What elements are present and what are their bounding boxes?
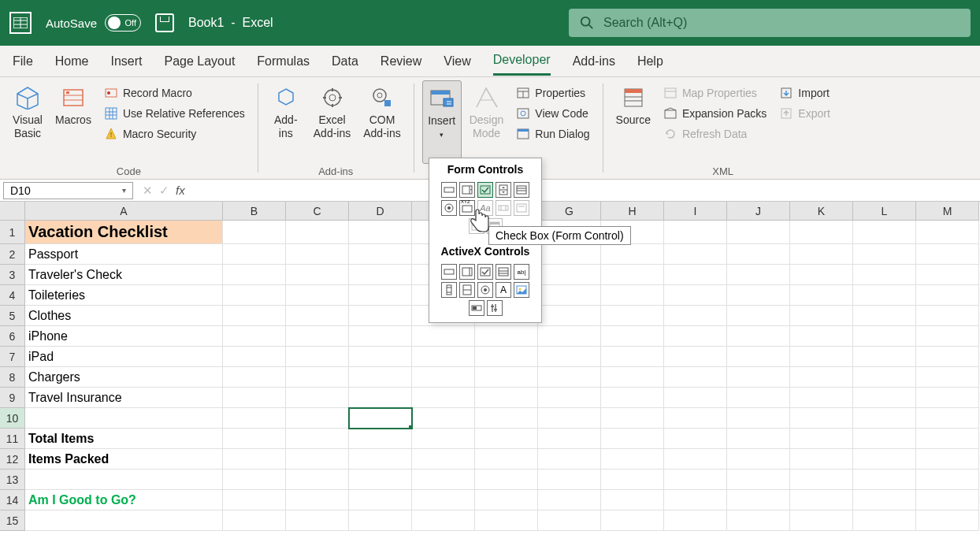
source-button[interactable]: Source xyxy=(611,80,655,164)
cell-H5[interactable] xyxy=(601,306,664,326)
row-header-13[interactable]: 13 xyxy=(0,470,25,490)
cell-A13[interactable] xyxy=(25,470,223,490)
run-dialog-button[interactable]: Run Dialog xyxy=(511,124,594,143)
tab-insert[interactable]: Insert xyxy=(110,48,142,75)
cell-D13[interactable] xyxy=(349,470,412,490)
cell-G7[interactable] xyxy=(538,347,601,367)
cell-C5[interactable] xyxy=(286,306,349,326)
autosave-toggle[interactable]: Off xyxy=(105,14,141,32)
cell-C7[interactable] xyxy=(286,347,349,367)
cell-B4[interactable] xyxy=(223,285,286,306)
cell-J2[interactable] xyxy=(727,244,790,265)
fx-icon[interactable]: fx xyxy=(176,184,185,197)
cell-M15[interactable] xyxy=(916,510,979,531)
row-header-14[interactable]: 14 xyxy=(0,490,25,510)
column-header-G[interactable]: G xyxy=(538,202,601,221)
column-header-J[interactable]: J xyxy=(727,202,790,221)
cell-I1[interactable] xyxy=(664,221,727,244)
cell-B1[interactable] xyxy=(223,221,286,244)
cell-J7[interactable] xyxy=(727,347,790,367)
refresh-data-button[interactable]: Refresh Data xyxy=(659,124,771,143)
cell-H7[interactable] xyxy=(601,347,664,367)
column-header-D[interactable]: D xyxy=(349,202,412,221)
cell-C4[interactable] xyxy=(286,285,349,306)
cell-J8[interactable] xyxy=(727,367,790,388)
cell-D6[interactable] xyxy=(349,326,412,347)
cell-C10[interactable] xyxy=(286,408,349,429)
cell-I11[interactable] xyxy=(664,429,727,449)
cell-E12[interactable] xyxy=(412,449,475,470)
cell-C8[interactable] xyxy=(286,367,349,388)
cell-A8[interactable]: Chargers xyxy=(25,367,223,388)
cell-G10[interactable] xyxy=(538,408,601,429)
row-header-10[interactable]: 10 xyxy=(0,408,25,429)
cell-M9[interactable] xyxy=(916,388,979,408)
cell-D15[interactable] xyxy=(349,510,412,531)
cell-K9[interactable] xyxy=(790,388,853,408)
cell-H13[interactable] xyxy=(601,470,664,490)
form-listbox-control[interactable] xyxy=(514,182,529,198)
design-mode-button[interactable]: DesignMode xyxy=(465,80,509,164)
cell-G6[interactable] xyxy=(538,326,601,347)
tab-view[interactable]: View xyxy=(444,48,470,75)
cell-B11[interactable] xyxy=(223,429,286,449)
cell-E11[interactable] xyxy=(412,429,475,449)
cell-H12[interactable] xyxy=(601,449,664,470)
cell-D7[interactable] xyxy=(349,347,412,367)
cell-I15[interactable] xyxy=(664,510,727,531)
row-header-6[interactable]: 6 xyxy=(0,326,25,347)
cell-A9[interactable]: Travel Insurance xyxy=(25,388,223,408)
cell-C15[interactable] xyxy=(286,510,349,531)
cell-K2[interactable] xyxy=(790,244,853,265)
tab-help[interactable]: Help xyxy=(637,48,663,75)
cell-F15[interactable] xyxy=(475,510,538,531)
cell-J13[interactable] xyxy=(727,470,790,490)
cell-G2[interactable] xyxy=(538,244,601,265)
cell-F11[interactable] xyxy=(475,429,538,449)
properties-button[interactable]: Properties xyxy=(511,84,594,102)
cell-A10[interactable] xyxy=(25,408,223,429)
cell-C9[interactable] xyxy=(286,388,349,408)
cell-E14[interactable] xyxy=(412,490,475,510)
cell-G9[interactable] xyxy=(538,388,601,408)
cell-A15[interactable] xyxy=(25,510,223,531)
cell-L6[interactable] xyxy=(853,326,916,347)
cell-J9[interactable] xyxy=(727,388,790,408)
view-code-button[interactable]: View Code xyxy=(511,104,594,123)
export-button[interactable]: Export xyxy=(774,104,834,123)
use-relative-refs-button[interactable]: Use Relative References xyxy=(99,104,250,123)
form-scrollbar-control[interactable] xyxy=(496,200,511,216)
cell-G13[interactable] xyxy=(538,470,601,490)
cell-I3[interactable] xyxy=(664,265,727,285)
column-header-A[interactable]: A xyxy=(25,202,223,221)
cell-L15[interactable] xyxy=(853,510,916,531)
cell-D4[interactable] xyxy=(349,285,412,306)
cell-B2[interactable] xyxy=(223,244,286,265)
cell-M11[interactable] xyxy=(916,429,979,449)
cell-H6[interactable] xyxy=(601,326,664,347)
formula-cancel-icon[interactable]: ✕ xyxy=(143,184,153,198)
cell-I14[interactable] xyxy=(664,490,727,510)
cell-I13[interactable] xyxy=(664,470,727,490)
cell-E8[interactable] xyxy=(412,367,475,388)
ax-listbox-control[interactable] xyxy=(496,264,511,280)
cell-E7[interactable] xyxy=(412,347,475,367)
record-macro-button[interactable]: Record Macro xyxy=(99,84,250,102)
cell-J4[interactable] xyxy=(727,285,790,306)
ax-image-control[interactable] xyxy=(514,282,529,298)
cell-M12[interactable] xyxy=(916,449,979,470)
cell-B6[interactable] xyxy=(223,326,286,347)
cell-I5[interactable] xyxy=(664,306,727,326)
cell-E9[interactable] xyxy=(412,388,475,408)
cell-M4[interactable] xyxy=(916,285,979,306)
cell-A2[interactable]: Passport xyxy=(25,244,223,265)
cell-M7[interactable] xyxy=(916,347,979,367)
cell-L14[interactable] xyxy=(853,490,916,510)
ax-scrollbar-control[interactable] xyxy=(441,282,457,298)
cell-A12[interactable]: Items Packed xyxy=(25,449,223,470)
cell-M14[interactable] xyxy=(916,490,979,510)
cell-C1[interactable] xyxy=(286,221,349,244)
cell-A1[interactable]: Vacation Checklist xyxy=(25,221,223,244)
cell-K12[interactable] xyxy=(790,449,853,470)
cell-J14[interactable] xyxy=(727,490,790,510)
